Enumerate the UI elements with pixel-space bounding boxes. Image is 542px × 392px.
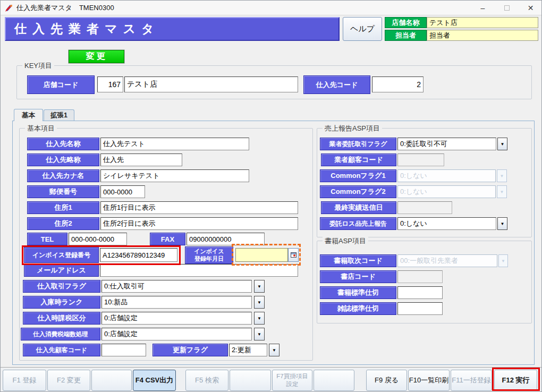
chevron-down-icon: ▼ [500,174,504,178]
f7-label-line1: F7買掛項目 [276,373,308,379]
common-flag2-dropdown-button: ▼ [497,185,507,198]
change-mode-button[interactable]: 変更 [69,50,124,63]
update-flag-select[interactable]: 2:更新 [229,344,267,356]
help-button-label: ヘルプ [350,24,375,34]
book-margin-input[interactable] [397,286,443,299]
consign-flag-dropdown-button[interactable]: ▼ [497,138,507,150]
supplier-name-input[interactable]: 仕入先テスト [100,138,249,150]
chevron-down-icon: ▼ [501,142,505,147]
stock-rank-dropdown-button[interactable]: ▼ [254,296,265,309]
invoice-date-label: インボイス 登録年月日 [185,246,233,264]
consign-flag-label: 業者委託取引フラグ [320,138,396,150]
consign-flag-select[interactable]: 0:委託取引不可 [397,138,496,150]
tab-extension1[interactable]: 拡張1 [44,109,74,121]
supplier-abbr-input[interactable]: 仕入先 [100,154,182,166]
store-name-value: テスト店 [427,17,538,28]
f9-back-button[interactable]: F9 戻る [366,370,407,391]
magazine-margin-label: 雑誌標準仕切 [320,302,396,315]
common-flag2-label: Commonフラグ2 [320,185,396,198]
maximize-button[interactable] [495,1,519,15]
fax-label: FAX [150,233,185,245]
invoice-number-input[interactable]: A123456789012349 [100,248,177,262]
f5-search-button: F5 検索 [185,370,228,391]
common-flag1-label: Commonフラグ1 [320,169,396,182]
trade-flag-select[interactable]: 0:仕入取引可 [101,280,252,293]
bookstore-code-input [397,270,443,283]
address2-label: 住所2 [27,217,99,230]
common-flag1-dropdown-button: ▼ [497,169,507,182]
wholesaler-code-label: 書籍取次コード [320,254,396,267]
window-title: 仕入先業者マスタ TMEN0300 [16,3,114,13]
supplier-kana-input[interactable]: シイレサキテスト [100,169,249,182]
book-asp-title: 書籍ASP項目 [323,236,368,246]
loss-report-label: 委託ロス品売上報告 [320,217,396,230]
f10-list-print-button[interactable]: F10一覧印刷 [408,370,450,391]
tel-label: TEL [27,233,67,245]
page-title: 仕入先業者マスタ [6,21,160,37]
close-button[interactable]: ✕ [519,1,542,15]
supplier-customer-code-input[interactable] [101,344,146,356]
trade-flag-dropdown-button[interactable]: ▼ [254,280,265,293]
wholesaler-code-dropdown-button: ▼ [498,254,508,267]
loss-report-select[interactable]: 0:しない [397,217,496,230]
maximize-icon [504,5,510,11]
stock-rank-select[interactable]: 10:新品 [101,296,252,309]
tax-class-select[interactable]: 0:店舗設定 [101,312,252,325]
f4-csv-output-button[interactable]: F4 CSV出力 [133,370,176,391]
email-label: メールアドレス [24,264,99,277]
chevron-down-icon: ▼ [501,259,505,263]
update-flag-dropdown-button[interactable]: ▼ [269,344,280,356]
function-key-bar: F1 登録 F2 変更 F4 CSV出力 F5 検索 F7買掛項目 設定 F9 … [1,367,542,392]
store-code-field[interactable]: 167 [97,76,123,92]
supplier-code-field[interactable]: 2 [372,76,424,92]
f1-register-button: F1 登録 [3,370,46,391]
store-name-label: 店舗名称 [385,17,427,28]
calendar-icon [291,252,297,258]
invoice-date-picker-button[interactable] [288,248,299,262]
invoice-date-label-line1: インボイス [194,248,224,255]
supplier-kana-label: 仕入先カナ名 [27,169,99,182]
help-button[interactable]: ヘルプ [343,17,382,41]
staff-value: 担当者 [427,30,538,41]
address1-label: 住所1 [27,201,99,214]
app-icon [5,4,13,12]
tab-basic[interactable]: 基本 [14,109,43,121]
loss-report-dropdown-button[interactable]: ▼ [497,217,507,230]
wholesaler-code-select: 00:一般取引先業者 [397,254,497,267]
store-name-field[interactable]: テスト店 [124,76,298,92]
f7-label-line2: 設定 [286,381,298,387]
f2-change-button: F2 変更 [47,370,90,391]
chevron-down-icon: ▼ [257,332,261,337]
f12-execute-button[interactable]: F12 実行 [494,370,537,391]
tel-input[interactable]: 000-000-0000 [69,233,127,245]
book-margin-label: 書籍標準仕切 [320,286,396,299]
common-flag1-select: 0:しない [397,169,496,182]
f7-payable-settings-button: F7買掛項目 設定 [272,370,312,391]
f11-bulk-register-button: F11一括登録 [451,370,492,391]
supplier-code-label: 仕入先コード [303,75,370,94]
postal-code-label: 郵便番号 [27,185,99,198]
invoice-date-input[interactable] [235,248,288,262]
page-title-banner: 仕入先業者マスタ [5,17,340,41]
email-input[interactable] [100,264,298,277]
bookstore-code-label: 書店コード [320,270,396,283]
sales-report-asp-title: 売上報告ASP項目 [323,124,382,133]
minimize-button[interactable]: – [471,1,495,15]
tab-basic-label: 基本 [22,111,35,120]
key-section-title: KEY項目 [22,61,54,71]
tax-class-dropdown-button[interactable]: ▼ [254,312,265,325]
tax-round-label: 仕入消費税端数処理 [21,328,100,340]
address1-input[interactable]: 住所1行目に表示 [100,201,298,214]
tax-round-dropdown-button[interactable]: ▼ [254,328,265,340]
common-flag2-select: 0:しない [397,185,496,198]
address2-input[interactable]: 住所2行目に表示 [100,217,298,230]
tax-round-select[interactable]: 0:店舗設定 [101,328,252,340]
fax-input[interactable]: 09000000000 [187,233,265,245]
postal-code-input[interactable]: 000-0000 [100,185,145,198]
stock-rank-label: 入庫時ランク [23,296,100,309]
supplier-customer-code-label: 仕入先顧客コード [23,344,100,356]
chevron-down-icon: ▼ [500,190,504,194]
magazine-margin-input[interactable] [397,302,443,315]
supplier-name-label: 仕入先名称 [27,138,99,150]
last-sent-date-label: 最終実績送信日 [321,201,396,214]
